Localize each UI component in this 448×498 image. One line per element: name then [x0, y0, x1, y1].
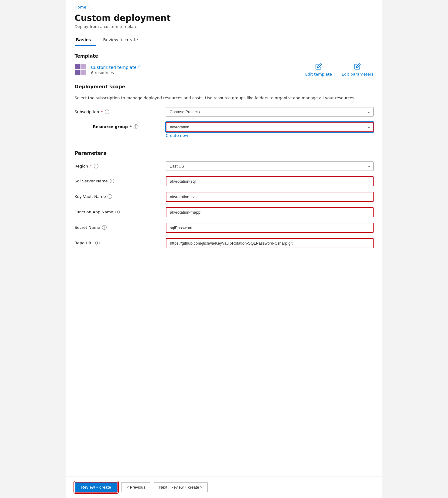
- secret-name-row: Secret Name i: [75, 223, 374, 233]
- review-create-button[interactable]: Review + create: [75, 482, 118, 493]
- parameters-title: Parameters: [75, 150, 374, 156]
- subscription-label: Subscription * i: [75, 107, 166, 114]
- page-subtitle: Deploy from a custom template: [66, 24, 382, 34]
- subscription-control: Contoso Projects ⌄: [166, 107, 374, 117]
- function-app-name-input[interactable]: [166, 207, 374, 217]
- template-actions: Edit template Edit parameters: [305, 63, 374, 76]
- resource-group-required: *: [130, 124, 132, 129]
- template-info: Customized template ❐ 6 resources: [91, 65, 142, 75]
- repo-url-row: Repo URL i: [75, 238, 374, 248]
- tab-review-create[interactable]: Review + create: [102, 34, 143, 46]
- footer: Review + create < Previous Next : Review…: [66, 476, 382, 498]
- subscription-select-wrapper: Contoso Projects ⌄: [166, 107, 374, 117]
- function-app-info-icon: i: [115, 210, 120, 214]
- key-vault-name-row: Key Vault Name i: [75, 192, 374, 202]
- secret-name-input[interactable]: [166, 223, 374, 233]
- next-button[interactable]: Next : Review + create >: [154, 482, 207, 492]
- tabs-row: Basics Review + create: [66, 34, 382, 46]
- edit-parameters-button[interactable]: Edit parameters: [342, 63, 374, 76]
- sql-server-name-label: Sql Server Name i: [75, 176, 166, 183]
- resource-group-control: akvrotation ⌄: [166, 122, 374, 132]
- tab-basics[interactable]: Basics: [75, 34, 96, 46]
- resource-group-label: Resource group * i: [93, 122, 166, 129]
- pencil-icon-params: [354, 63, 361, 71]
- icon-cell-1: [75, 64, 80, 69]
- page-title: Custom deployment: [66, 11, 382, 24]
- parameters-section: Parameters Region * i East US ⌄: [75, 150, 374, 248]
- secret-name-label: Secret Name i: [75, 223, 166, 230]
- secret-name-control: [166, 223, 374, 233]
- deployment-scope-title: Deployment scope: [75, 84, 374, 90]
- previous-button[interactable]: < Previous: [121, 482, 150, 492]
- edit-parameters-label: Edit parameters: [342, 72, 374, 76]
- function-app-name-label: Function App Name i: [75, 207, 166, 214]
- function-app-name-control: [166, 207, 374, 217]
- template-info-name: Customized template ❐: [91, 65, 142, 70]
- function-app-name-row: Function App Name i: [75, 207, 374, 217]
- sql-server-info-icon: i: [110, 179, 114, 183]
- template-left: Customized template ❐ 6 resources: [75, 64, 142, 76]
- region-select[interactable]: East US: [166, 161, 374, 171]
- repo-url-info-icon: i: [95, 241, 100, 245]
- sql-server-name-row: Sql Server Name i: [75, 176, 374, 186]
- repo-url-input[interactable]: [166, 238, 374, 248]
- region-required: *: [90, 164, 92, 168]
- icon-cell-2: [80, 64, 86, 69]
- resource-group-select-wrapper: akvrotation ⌄: [166, 122, 374, 132]
- edit-template-label: Edit template: [305, 72, 332, 76]
- main-content: Template Customized template ❐ 6 resourc…: [66, 46, 382, 476]
- resource-group-info-icon: i: [134, 124, 138, 129]
- icon-cell-4: [80, 70, 86, 75]
- key-vault-name-input[interactable]: [166, 192, 374, 202]
- subscription-select[interactable]: Contoso Projects: [166, 107, 374, 117]
- region-label: Region * i: [75, 161, 166, 168]
- repo-url-label: Repo URL i: [75, 238, 166, 245]
- resource-group-select[interactable]: akvrotation: [166, 122, 374, 132]
- template-name-link[interactable]: Customized template: [91, 65, 137, 70]
- template-section-title: Template: [75, 53, 374, 59]
- region-info-icon: i: [94, 164, 98, 168]
- breadcrumb-separator: ›: [88, 5, 90, 9]
- secret-name-info-icon: i: [102, 225, 107, 230]
- edit-template-button[interactable]: Edit template: [305, 63, 332, 76]
- subscription-required: *: [101, 110, 103, 114]
- deployment-scope-section: Deployment scope Select the subscription…: [75, 84, 374, 138]
- sql-server-name-control: [166, 176, 374, 186]
- template-row: Customized template ❐ 6 resources Edit t…: [75, 63, 374, 76]
- template-icon: [75, 64, 87, 76]
- subscription-row: Subscription * i Contoso Projects ⌄: [75, 107, 374, 117]
- rg-indent: [75, 122, 93, 130]
- icon-cell-3: [75, 70, 80, 75]
- region-select-wrapper: East US ⌄: [166, 161, 374, 171]
- sql-server-name-input[interactable]: [166, 176, 374, 186]
- breadcrumb: Home ›: [66, 0, 382, 11]
- breadcrumb-home[interactable]: Home: [75, 5, 86, 9]
- key-vault-name-label: Key Vault Name i: [75, 192, 166, 199]
- resource-group-row: Resource group * i akvrotation ⌄: [75, 122, 374, 132]
- external-link-icon: ❐: [139, 65, 142, 69]
- rg-connector-line: [82, 124, 83, 130]
- region-control: East US ⌄: [166, 161, 374, 171]
- region-row: Region * i East US ⌄: [75, 161, 374, 171]
- create-new-link[interactable]: Create new: [166, 133, 374, 138]
- template-resources: 6 resources: [91, 70, 142, 75]
- pencil-icon-template: [315, 63, 322, 71]
- key-vault-info-icon: i: [108, 194, 112, 199]
- repo-url-control: [166, 238, 374, 248]
- key-vault-name-control: [166, 192, 374, 202]
- params-divider: [75, 144, 374, 144]
- subscription-info-icon: i: [105, 110, 109, 114]
- deployment-scope-desc: Select the subscription to manage deploy…: [75, 95, 374, 101]
